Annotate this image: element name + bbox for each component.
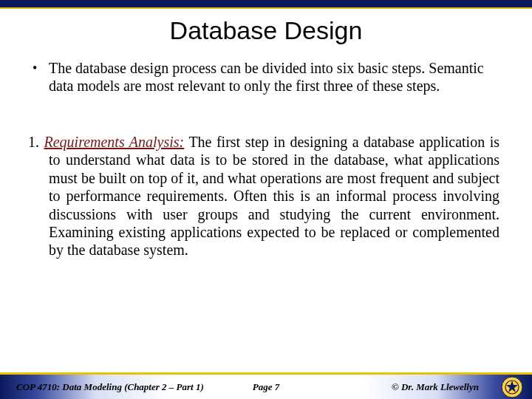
intro-bullet: • The database design process can be div…	[33, 59, 499, 95]
footer: COP 4710: Data Modeling (Chapter 2 – Par…	[0, 372, 532, 399]
step-number: 1.	[28, 134, 44, 150]
bullet-dot-icon: •	[33, 59, 49, 95]
footer-course: COP 4710: Data Modeling (Chapter 2 – Par…	[0, 381, 204, 393]
top-stripe	[0, 0, 532, 7]
top-yellow-divider	[0, 7, 532, 9]
step-requirements-analysis: 1. Requirements Analysis: The first step…	[28, 133, 499, 259]
footer-copyright: © Dr. Mark Llewellyn	[392, 381, 479, 393]
slide: Database Design • The database design pr…	[0, 0, 532, 399]
intro-bullet-text: The database design process can be divid…	[49, 59, 499, 95]
step-label: Requirements Analysis:	[44, 134, 184, 150]
step-body: The first step in designing a database a…	[49, 134, 499, 258]
footer-content: COP 4710: Data Modeling (Chapter 2 – Par…	[0, 375, 532, 399]
footer-page-number: Page 7	[253, 381, 279, 393]
ucf-logo-icon	[501, 376, 523, 398]
slide-title: Database Design	[0, 16, 532, 45]
